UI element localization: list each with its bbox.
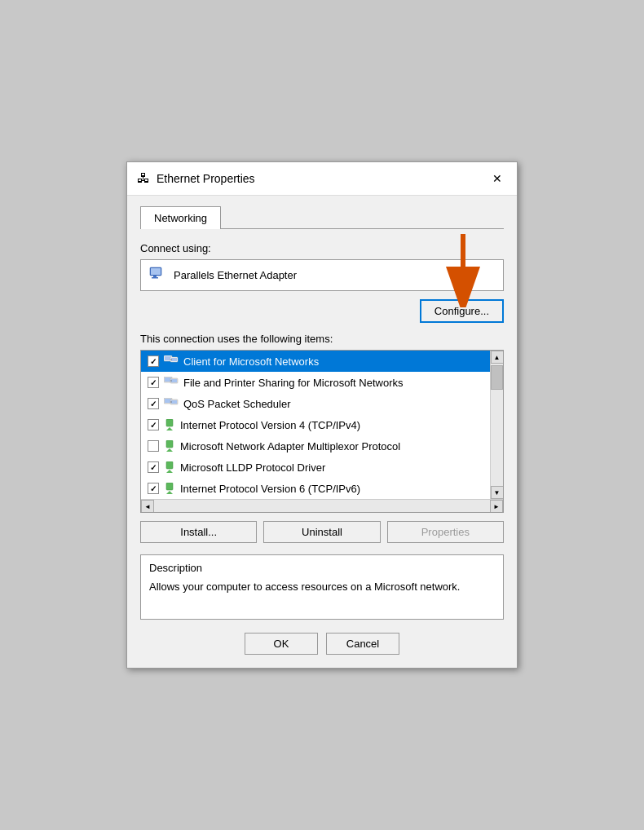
- item-icon-3: [164, 419, 175, 430]
- list-item[interactable]: QoS Packet Scheduler: [141, 393, 490, 414]
- item-checkbox-5[interactable]: [148, 461, 159, 473]
- item-checkbox-0[interactable]: [148, 355, 159, 367]
- configure-button[interactable]: Configure...: [420, 299, 504, 323]
- tab-networking[interactable]: Networking: [140, 206, 221, 229]
- properties-button[interactable]: Properties: [387, 521, 504, 543]
- dialog-body: Networking Connect using: Parallels Ethe…: [127, 196, 517, 668]
- svg-rect-9: [171, 358, 177, 361]
- item-checkbox-4[interactable]: [148, 440, 159, 452]
- item-label-0: Client for Microsoft Networks: [183, 355, 319, 368]
- svg-rect-21: [166, 419, 173, 426]
- list-item[interactable]: File and Printer Sharing for Microsoft N…: [141, 372, 490, 393]
- svg-rect-1: [153, 276, 157, 277]
- list-items: Client for Microsoft Networks: [141, 351, 490, 499]
- svg-rect-14: [171, 379, 177, 382]
- scroll-left-button[interactable]: ◄: [141, 500, 154, 513]
- install-button[interactable]: Install...: [140, 521, 257, 543]
- ethernet-properties-dialog: 🖧 Ethernet Properties ✕ Networking Conne…: [126, 161, 518, 669]
- configure-wrapper: Configure...: [420, 299, 504, 323]
- list-item[interactable]: Client for Microsoft Networks: [141, 351, 490, 372]
- horizontal-scrollbar[interactable]: ◄ ►: [141, 499, 503, 512]
- scrollbar-track: [491, 364, 503, 486]
- ok-button[interactable]: OK: [245, 633, 318, 655]
- item-checkbox-6[interactable]: [148, 483, 159, 494]
- items-container: Client for Microsoft Networks: [140, 350, 504, 513]
- vertical-scrollbar[interactable]: ▲ ▼: [490, 351, 503, 499]
- scrollbar-thumb[interactable]: [491, 365, 503, 390]
- item-label-1: File and Printer Sharing for Microsoft N…: [183, 377, 403, 389]
- item-icon-1: [164, 377, 179, 388]
- h-scrollbar-track: [154, 500, 490, 512]
- uninstall-button[interactable]: Uninstall: [263, 521, 380, 543]
- adapter-name: Parallels Ethernet Adapter: [174, 269, 297, 281]
- item-label-3: Internet Protocol Version 4 (TCP/IPv4): [180, 419, 360, 431]
- item-icon-6: [164, 483, 175, 494]
- item-checkbox-2[interactable]: [148, 398, 159, 409]
- item-icon-4: [164, 440, 175, 452]
- scroll-up-button[interactable]: ▲: [491, 351, 504, 364]
- svg-marker-22: [166, 427, 173, 430]
- list-with-scrollbar: Client for Microsoft Networks: [141, 351, 503, 499]
- item-checkbox-1[interactable]: [148, 377, 159, 388]
- svg-marker-26: [166, 470, 173, 473]
- svg-rect-25: [166, 461, 173, 469]
- description-text: Allows your computer to access resources…: [149, 579, 495, 595]
- svg-rect-27: [166, 483, 173, 490]
- list-item[interactable]: Internet Protocol Version 6 (TCP/IPv6): [141, 478, 490, 499]
- svg-marker-28: [166, 491, 173, 494]
- adapter-icon: [149, 267, 167, 284]
- item-label-2: QoS Packet Scheduler: [183, 398, 291, 410]
- title-bar: 🖧 Ethernet Properties ✕: [127, 162, 517, 196]
- item-checkbox-3[interactable]: [148, 419, 159, 430]
- adapter-box: Parallels Ethernet Adapter: [140, 259, 504, 291]
- description-group: Description Allows your computer to acce…: [140, 554, 504, 620]
- item-icon-5: [164, 461, 175, 473]
- list-item[interactable]: Internet Protocol Version 4 (TCP/IPv4): [141, 414, 490, 435]
- dialog-title: Ethernet Properties: [157, 172, 487, 185]
- scroll-down-button[interactable]: ▼: [491, 486, 504, 499]
- close-button[interactable]: ✕: [487, 169, 507, 188]
- tab-strip: Networking: [140, 205, 504, 229]
- svg-rect-2: [152, 277, 158, 279]
- item-label-5: Microsoft LLDP Protocol Driver: [180, 461, 325, 474]
- ok-cancel-row: OK Cancel: [140, 633, 504, 655]
- svg-rect-23: [166, 440, 173, 448]
- svg-rect-19: [171, 400, 177, 404]
- action-buttons-row: Install... Uninstall Properties: [140, 521, 504, 543]
- dialog-icon: 🖧: [137, 171, 150, 186]
- description-title: Description: [149, 562, 495, 574]
- connection-items-label: This connection uses the following items…: [140, 333, 504, 345]
- svg-marker-24: [166, 448, 173, 452]
- connect-using-label: Connect using:: [140, 242, 504, 254]
- cancel-button[interactable]: Cancel: [326, 633, 399, 655]
- item-icon-0: [164, 355, 179, 367]
- item-icon-2: [164, 398, 179, 409]
- list-item[interactable]: Microsoft Network Adapter Multiplexor Pr…: [141, 435, 490, 457]
- item-label-6: Internet Protocol Version 6 (TCP/IPv6): [180, 483, 360, 495]
- configure-row: Configure...: [140, 299, 504, 323]
- list-item[interactable]: Microsoft LLDP Protocol Driver: [141, 457, 490, 478]
- item-label-4: Microsoft Network Adapter Multiplexor Pr…: [180, 440, 400, 453]
- scroll-right-button[interactable]: ►: [490, 500, 503, 513]
- svg-rect-3: [151, 268, 161, 275]
